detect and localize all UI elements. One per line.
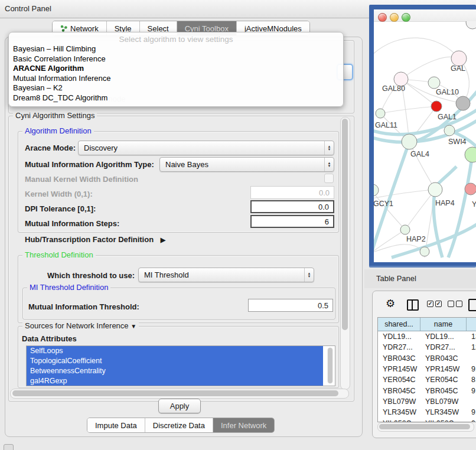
which-threshold-combo[interactable]: MI Threshold ▲▼	[138, 268, 314, 282]
network-node-gal4[interactable]	[402, 134, 417, 149]
manual-kernel-checkbox[interactable]	[324, 174, 334, 183]
tab-infer-network[interactable]: Infer Network	[213, 418, 274, 432]
table-row[interactable]: YBL079WYBL079W	[378, 396, 476, 407]
network-icon	[60, 25, 67, 32]
column-header[interactable]	[467, 318, 476, 331]
network-node-gcy1[interactable]	[374, 184, 379, 196]
table-cell: 9.	[467, 364, 476, 374]
kernel-width-field[interactable]: 0.0	[250, 186, 334, 199]
data-attributes-list: SelfLoopsTopologicalCoefficientBetweenne…	[26, 345, 335, 386]
attribute-item[interactable]: gal4RGexp	[27, 376, 323, 386]
apply-button[interactable]: Apply	[158, 399, 201, 413]
algorithm-option[interactable]: Bayesian – Hill Climbing	[13, 44, 96, 53]
attribute-item[interactable]: BetweennessCentrality	[27, 366, 323, 376]
function-doc-icon[interactable]	[468, 299, 476, 311]
table-cell: 8.	[467, 374, 476, 385]
table-cell: YBR043C	[420, 353, 467, 364]
minimize-traffic-light[interactable]	[390, 13, 399, 22]
table-row[interactable]: YDL19...YDL19...13	[378, 331, 476, 342]
table-cell: 9.	[467, 385, 476, 396]
dpi-tolerance-label: DPI Tolerance [0,1]:	[25, 204, 96, 213]
table-row[interactable]: YLR345WYLR345W9.	[378, 407, 476, 418]
attribute-item[interactable]: TopologicalCoefficient	[27, 356, 323, 366]
algorithm-option[interactable]: ARACNE Algorithm	[13, 64, 84, 73]
node-label: GAL	[451, 64, 465, 73]
network-node[interactable]	[465, 147, 476, 162]
table-panel-card: ⚙ ✓✓ shared...name YDL19...YDL19...13YDR…	[372, 291, 476, 438]
table-cell	[467, 353, 476, 364]
algorithm-option[interactable]: Basic Correlation Inference	[13, 54, 106, 63]
network-node-gal1[interactable]	[431, 101, 442, 112]
table-row[interactable]: YPR145WYPR145W9.	[378, 364, 476, 374]
node-label: HAP4	[435, 199, 455, 207]
deselect-all-icon[interactable]	[448, 301, 462, 307]
sources-toggle[interactable]: Sources for Network Inference ▼	[22, 321, 139, 330]
network-window: GALGAL80GAL10GAL1GAL11GAL4SWI4GCY1HAP4YH…	[374, 9, 476, 262]
network-node[interactable]	[456, 96, 470, 110]
tab-label: Discretize Data	[153, 421, 205, 430]
table-cell: 9.	[467, 418, 476, 422]
settings-gear-icon[interactable]: ⚙	[386, 298, 395, 309]
algorithm-option[interactable]: Dream8 DC_TDC Algorithm	[13, 93, 107, 102]
node-label: GAL1	[438, 113, 457, 121]
table-cell: 13	[467, 331, 476, 342]
table-row[interactable]: YER054CYER054C8.	[378, 374, 476, 385]
split-columns-icon[interactable]	[407, 299, 419, 311]
manual-kernel-label: Manual Kernel Width Definition	[25, 175, 138, 184]
table-cell: YPR145W	[378, 364, 420, 374]
dpi-tolerance-field[interactable]: 0.0	[250, 200, 334, 213]
network-window-frame[interactable]: GALGAL80GAL10GAL1GAL11GAL4SWI4GCY1HAP4YH…	[369, 5, 476, 268]
table-header-row: shared...name	[378, 318, 476, 331]
tab-impute-data[interactable]: Impute Data	[87, 418, 145, 432]
mi-type-label: Mutual Information Algorithm Type:	[25, 160, 154, 169]
mi-type-combo[interactable]: Naive Bayes ▲▼	[159, 157, 334, 172]
mi-threshold-field[interactable]: 0.5	[248, 299, 333, 312]
mi-steps-label: Mutual Information Steps:	[25, 219, 119, 228]
tab-label: Impute Data	[95, 421, 137, 430]
node-label: GAL10	[436, 88, 459, 96]
table-row[interactable]: YIL052CYIL052C9.	[378, 418, 476, 422]
table-cell: YDR27...	[378, 342, 420, 353]
table-row[interactable]: YBR043CYBR043C	[378, 353, 476, 364]
network-node-gal10[interactable]	[428, 77, 440, 89]
settings-vertical-scrollbar[interactable]	[340, 117, 350, 390]
node-label: HAP2	[406, 235, 426, 243]
attribute-item[interactable]: SelfLoops	[27, 346, 323, 356]
aracne-mode-value: Discovery	[79, 141, 324, 155]
algorithm-option[interactable]: Mutual Information Inference	[13, 74, 110, 83]
hub-definition-toggle[interactable]: Hub/Transcription Factor Definition ▶	[25, 235, 165, 244]
combo-arrows-icon: ▲▼	[324, 158, 334, 171]
column-header[interactable]: shared...	[378, 318, 420, 331]
table-row[interactable]: YDR27...YDR27...12	[378, 342, 476, 353]
network-node-hap2[interactable]	[400, 225, 410, 234]
table-cell: YER054C	[378, 374, 420, 385]
network-canvas[interactable]: GALGAL80GAL10GAL1GAL11GAL4SWI4GCY1HAP4YH…	[374, 21, 476, 262]
table-cell: 12	[467, 342, 476, 353]
data-attributes-label: Data Attributes	[22, 334, 77, 343]
tab-discretize-data[interactable]: Discretize Data	[145, 418, 213, 432]
network-node[interactable]	[466, 21, 476, 29]
attributes-scrollbar[interactable]	[327, 347, 333, 384]
algorithm-option[interactable]: Bayesian – K2	[13, 83, 63, 92]
settings-horizontal-scrollbar[interactable]	[10, 389, 349, 399]
close-traffic-light[interactable]	[378, 13, 387, 22]
network-node-y[interactable]	[465, 183, 476, 195]
algorithm-definition-title: Algorithm Definition	[22, 126, 94, 135]
hub-definition-label: Hub/Transcription Factor Definition	[25, 235, 154, 244]
corner-chip[interactable]	[4, 444, 14, 450]
table-row[interactable]: YBR045CYBR045C9.	[378, 385, 476, 396]
table-horizontal-scrollbar[interactable]	[377, 422, 474, 432]
mi-steps-field[interactable]: 6	[250, 215, 334, 228]
network-node-swi4[interactable]	[444, 125, 455, 136]
network-node-gal11[interactable]	[376, 109, 385, 118]
select-all-icon[interactable]: ✓✓	[427, 301, 442, 307]
threshold-title: Threshold Definition	[22, 250, 96, 259]
table-cell: YBR043C	[378, 353, 420, 364]
zoom-traffic-light[interactable]	[402, 13, 410, 22]
node-label: GAL4	[410, 150, 429, 158]
network-window-titlebar[interactable]	[374, 9, 476, 22]
network-node-hap4[interactable]	[428, 182, 442, 197]
network-node[interactable]	[420, 247, 429, 256]
column-header[interactable]: name	[420, 318, 467, 331]
aracne-mode-combo[interactable]: Discovery ▲▼	[78, 141, 334, 155]
